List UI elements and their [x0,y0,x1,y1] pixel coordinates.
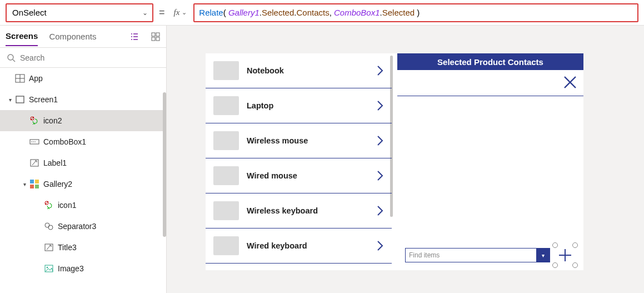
svg-point-4 [8,54,13,60]
product-name: Wireless keyboard [247,206,376,215]
tree-node-icon1[interactable]: icon1 [0,195,166,216]
svg-point-22 [48,225,53,230]
chevron-right-icon[interactable] [376,240,384,252]
close-icon[interactable] [562,75,578,90]
product-image [213,166,239,185]
formula-token: ( [223,8,228,17]
fx-label: fx [174,8,180,17]
gallery-icon [29,178,40,190]
property-input[interactable] [12,8,147,17]
product-image [213,61,239,80]
svg-point-13 [33,141,34,142]
formula-input[interactable]: Relate( Gallery1.Selected.Contacts, Comb… [193,3,638,22]
chevron-down-icon: ⌄ [182,9,187,16]
tab-screens[interactable]: Screens [6,27,38,46]
formula-bar: ⌄ = fx ⌄ Relate( Gallery1.Selected.Conta… [0,0,644,26]
detail-panel: Selected Product Contacts Find items ▾ [397,53,583,270]
tree-node-label1[interactable]: Label1 [0,152,166,173]
formula-token: Relate [199,8,223,17]
tree-node-icon2[interactable]: icon2 [0,110,166,131]
svg-rect-1 [156,33,159,36]
formula-token: Selected [262,8,294,17]
chevron-right-icon[interactable] [376,135,384,147]
combobox-icon [29,136,40,147]
product-image [213,96,239,115]
svg-point-12 [31,141,32,142]
app-canvas: NotebookLaptopWireless mouseWired mouseW… [206,53,583,270]
detail-header: Selected Product Contacts [397,53,583,70]
chevron-right-icon[interactable] [376,100,384,112]
label-icon [43,242,54,253]
tree-node-label: Screen1 [29,95,58,104]
expand-caret[interactable]: ▾ [6,97,14,103]
grid-view-icon[interactable] [151,32,161,42]
tree-node-label: Label1 [43,158,67,167]
label-icon [29,157,40,168]
tree-node-screen1[interactable]: ▾Screen1 [0,89,166,110]
formula-token: ) [415,8,420,17]
combo-row: Find items ▾ [405,245,576,266]
combobox-find-items[interactable]: Find items ▾ [405,248,550,262]
tree-scrollbar[interactable] [163,92,166,237]
svg-rect-0 [152,33,155,36]
tree-node-label: ComboBox1 [43,137,86,146]
svg-rect-18 [30,185,34,188]
combobox-placeholder: Find items [406,251,536,259]
chevron-right-icon[interactable] [376,170,384,182]
svg-rect-16 [30,180,34,183]
property-selector[interactable]: ⌄ [6,3,153,22]
product-gallery: NotebookLaptopWireless mouseWired mouseW… [206,53,392,270]
fx-button[interactable]: fx ⌄ [171,8,191,17]
tree-node-label: App [29,74,43,83]
tree-node-label: Separator3 [58,222,96,231]
svg-rect-19 [35,185,39,188]
chevron-right-icon[interactable] [376,64,384,77]
tree-node-separator3[interactable]: Separator3 [0,216,166,237]
tree-node-title3[interactable]: Title3 [0,237,166,258]
tree-tabs: Screens Components [0,26,166,48]
tree-node-app[interactable]: App [0,68,166,89]
tree-search[interactable] [0,48,166,68]
tab-components[interactable]: Components [49,27,96,46]
expand-caret[interactable]: ▾ [20,181,29,187]
screen-icon [14,94,26,105]
gallery-row[interactable]: Notebook [206,53,392,88]
tree-node-label: Image3 [58,264,84,273]
gallery-row[interactable]: Wired mouse [206,158,392,193]
formula-token: Selected [382,8,415,17]
gallery-row[interactable]: Laptop [206,88,392,123]
svg-point-21 [45,223,49,227]
detail-separator [397,96,583,96]
svg-rect-9 [16,96,24,103]
chevron-right-icon[interactable] [376,205,384,217]
main-area: Screens Components App▾Screen1icon2Combo… [0,26,644,293]
chevron-down-icon[interactable]: ▾ [536,249,550,262]
formula-token: , [330,8,334,17]
canvas-area: NotebookLaptopWireless mouseWired mouseW… [167,26,644,293]
search-input[interactable] [20,53,159,62]
product-name: Wired keyboard [247,241,376,250]
search-icon [7,53,16,62]
list-view-icon[interactable] [129,32,139,42]
equals-sign: = [157,7,167,18]
gallery-row[interactable]: Wireless keyboard [206,193,392,229]
separator-icon [43,221,54,232]
add-contact-icon[interactable] [555,245,576,266]
svg-rect-3 [156,37,159,41]
svg-point-14 [34,141,36,142]
tree-node-label: icon1 [58,201,76,210]
tree-node-image3[interactable]: Image3 [0,258,166,279]
formula-token: Contacts [296,8,329,17]
tree-node-combobox1[interactable]: ComboBox1 [0,131,166,152]
image-icon [43,263,54,274]
gallery-row[interactable]: Wired keyboard [206,229,392,264]
product-image [213,131,239,150]
tree-node-label: icon2 [43,116,62,125]
app-icon [14,73,26,84]
product-name: Wired mouse [247,171,376,180]
gallery-row[interactable]: Wireless mouse [206,123,392,158]
tree-node-label: Title3 [58,243,77,252]
tree-view-pane: Screens Components App▾Screen1icon2Combo… [0,26,167,293]
iconctl-icon [43,200,54,211]
tree-node-gallery2[interactable]: ▾Gallery2 [0,173,166,195]
